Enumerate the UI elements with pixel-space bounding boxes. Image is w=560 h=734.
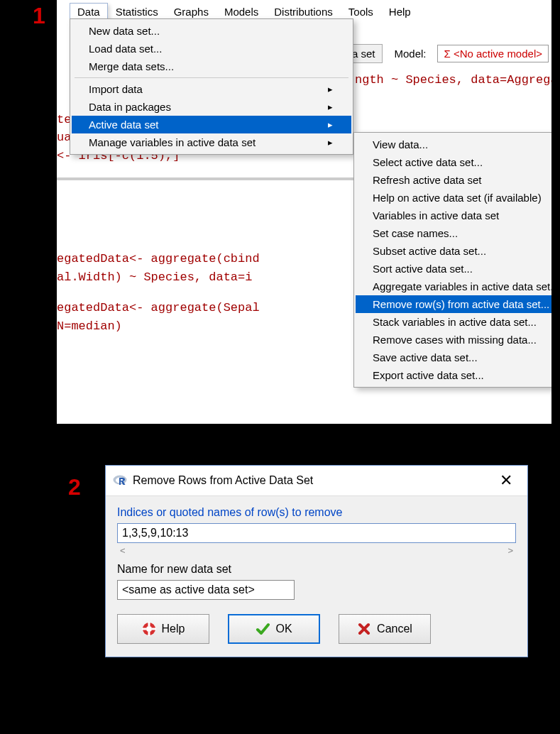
scroll-left-icon[interactable]: < <box>120 545 126 556</box>
step-number-2: 2 <box>68 474 81 500</box>
menu-item-new-data-set[interactable]: New data set... <box>72 22 351 40</box>
close-button[interactable]: ✕ <box>492 471 520 490</box>
submenu-aggregate-vars[interactable]: Aggregate variables in active data set..… <box>356 278 554 295</box>
indices-input[interactable] <box>117 523 516 543</box>
lifebuoy-icon <box>142 622 156 636</box>
ok-button[interactable]: OK <box>228 614 320 644</box>
dialog-button-row: Help OK Cancel <box>117 614 516 644</box>
code-line: ngth ~ Species, data=Aggregated <box>355 71 551 89</box>
submenu-view-data[interactable]: View data... <box>356 136 554 153</box>
submenu-set-case-names[interactable]: Set case names... <box>356 224 554 242</box>
submenu-export-active[interactable]: Export active data set... <box>356 366 554 384</box>
dialog-titlebar: Remove Rows from Active Data Set ✕ <box>106 466 527 496</box>
svg-rect-7 <box>152 628 156 630</box>
dialog-title: Remove Rows from Active Data Set <box>133 474 492 487</box>
indices-label: Indices or quoted names of row(s) to rem… <box>117 506 516 519</box>
submenu-remove-missing[interactable]: Remove cases with missing data... <box>356 331 554 349</box>
menu-item-data-in-packages[interactable]: Data in packages <box>72 98 351 116</box>
model-indicator[interactable]: Σ <No active model> <box>437 45 549 62</box>
active-data-set-submenu: View data... Select active data set... R… <box>353 132 554 388</box>
submenu-stack-vars[interactable]: Stack variables in active data set... <box>356 313 554 331</box>
r-logo-icon <box>113 474 127 487</box>
menu-item-manage-variables[interactable]: Manage variables in active data set <box>72 133 351 151</box>
submenu-help-active[interactable]: Help on active data set (if available) <box>356 189 554 207</box>
menu-item-active-data-set[interactable]: Active data set <box>72 116 351 133</box>
remove-rows-dialog: Remove Rows from Active Data Set ✕ Indic… <box>105 465 528 657</box>
menu-help[interactable]: Help <box>381 3 419 21</box>
scroll-hint: < > <box>117 543 516 563</box>
x-icon <box>357 622 371 636</box>
submenu-variables-active[interactable]: Variables in active data set <box>356 207 554 224</box>
menu-item-load-data-set[interactable]: Load data set... <box>72 40 351 57</box>
scroll-right-icon[interactable]: > <box>507 545 513 556</box>
rcmdr-window: ngth ~ Species, data=Aggregated tedData<… <box>57 0 554 426</box>
svg-rect-6 <box>142 628 146 630</box>
submenu-sort-active[interactable]: Sort active data set... <box>356 260 554 278</box>
help-button-label: Help <box>162 623 185 635</box>
cancel-button-label: Cancel <box>377 623 412 635</box>
submenu-save-active[interactable]: Save active data set... <box>356 349 554 366</box>
help-button[interactable]: Help <box>117 614 209 644</box>
svg-rect-4 <box>148 622 150 626</box>
dialog-body: Indices or quoted names of row(s) to rem… <box>106 496 527 657</box>
submenu-refresh-active[interactable]: Refresh active data set <box>356 171 554 189</box>
data-menu-dropdown: New data set... Load data set... Merge d… <box>70 18 353 155</box>
svg-point-3 <box>146 626 152 632</box>
new-name-input[interactable] <box>117 580 295 600</box>
menu-item-import-data[interactable]: Import data <box>72 80 351 98</box>
submenu-select-active[interactable]: Select active data set... <box>356 153 554 171</box>
cancel-button[interactable]: Cancel <box>339 614 431 644</box>
svg-rect-5 <box>148 632 150 636</box>
submenu-remove-rows[interactable]: Remove row(s) from active data set... <box>356 295 554 313</box>
check-icon <box>256 622 270 636</box>
ok-button-label: OK <box>275 623 292 635</box>
new-name-label: Name for new data set <box>117 563 516 576</box>
submenu-subset-active[interactable]: Subset active data set... <box>356 242 554 260</box>
menu-item-merge-data-sets[interactable]: Merge data sets... <box>72 57 351 75</box>
menu-separator <box>75 77 348 78</box>
step-number-1: 1 <box>33 3 45 29</box>
model-label: Model: <box>394 48 426 60</box>
